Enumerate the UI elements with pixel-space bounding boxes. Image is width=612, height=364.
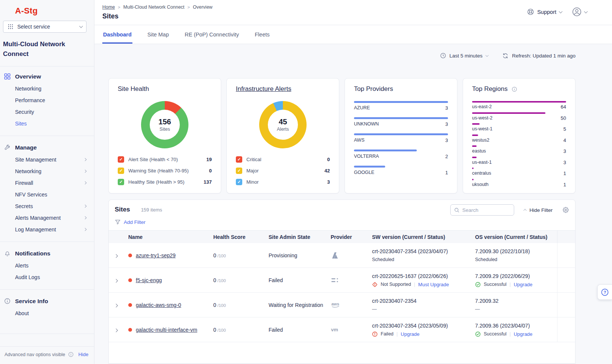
chevron-down-icon [584,9,588,13]
donut-total-value: 156 [158,118,171,126]
chevron-up-icon [524,209,527,212]
expand-row-button[interactable] [109,277,128,283]
card-title-infrastructure-alerts[interactable]: Infrastructure Alerts [236,85,291,93]
sidebar-item-alerts[interactable]: Alerts [0,260,94,272]
sidebar-item-networking[interactable]: Networking [0,166,94,177]
bar-label: UNKNOWN [354,121,379,127]
bar [472,112,545,114]
bar-value: 2 [445,154,448,159]
sidebar-item-networking[interactable]: Networking [0,83,94,95]
chevron-right-icon [83,216,86,219]
legend-checkbox[interactable]: ✓ [118,168,124,174]
legend-checkbox[interactable]: ✓ [118,156,124,163]
tab-dashboard[interactable]: Dashboard [102,25,132,44]
sidebar-item-secrets[interactable]: Secrets [0,201,94,212]
bar-item-westus2: westus24 [472,134,566,143]
sidebar-nav: OverviewNetworkingPerformanceSecuritySit… [0,66,94,334]
search-input[interactable] [462,207,510,213]
info-icon[interactable] [68,352,74,357]
chevron-right-icon [83,228,86,231]
bar [472,123,480,125]
sidebar-item-label: Site Management [15,157,56,163]
summary-cards: Site Health156Sites✓Alert Site (Health <… [108,78,576,193]
sidebar-group-overview[interactable]: Overview [0,70,94,83]
chevron-right-icon [83,170,86,173]
product-title: Multi-Cloud Network Connect [3,39,79,59]
site-name-link[interactable]: f5-sjc-engg [136,277,162,283]
sidebar-group-notifications[interactable]: Notifications [0,247,94,260]
user-menu[interactable] [572,7,587,17]
select-service-dropdown[interactable]: Select service [3,21,87,33]
help-button[interactable]: ? [597,284,612,300]
status-empty: — [475,307,480,312]
bar [354,117,448,119]
sw-version-value: crt-20230407-2354 [372,298,470,304]
site-name-link[interactable]: azure-try1-sep29 [136,252,176,258]
sidebar-item-about[interactable]: About [0,308,94,319]
support-menu[interactable]: Support [527,8,562,15]
bar-value: 3 [563,148,566,154]
sidebar-item-firewall[interactable]: Firewall [0,177,94,189]
sidebar-item-performance[interactable]: Performance [0,95,94,106]
expand-row-button[interactable] [109,327,128,333]
upgrade-link[interactable]: Upgrade [514,331,533,337]
legend-checkbox[interactable]: ✓ [118,179,124,185]
breadcrumb-item-home[interactable]: Home [102,5,115,10]
chevron-right-icon [114,328,118,332]
bar [472,145,477,147]
tab-site-map[interactable]: Site Map [147,25,170,44]
refresh-control[interactable]: Refresh: Updated 1 min ago [502,53,576,59]
sidebar-group-service-info[interactable]: Service Info [0,295,94,308]
content-area: Last 5 minutes Refresh: Updated 1 min ag… [94,44,612,364]
expand-row-button[interactable] [109,252,128,258]
legend-row: ✓Alert Site (Health < 70)19 [118,156,212,163]
sidebar-item-security[interactable]: Security [0,106,94,118]
sidebar-section-manage: ManageSite ManagementNetworkingFirewallN… [0,136,94,240]
hide-filter-button[interactable]: Hide Filter [524,207,553,213]
clock-icon [440,53,446,59]
sidebar-item-label: Alerts [15,263,29,269]
health-score-value: 0 [213,277,216,283]
legend-checkbox[interactable]: ✓ [236,168,242,174]
tab-re-pop-connectivity[interactable]: RE (PoP) Connectivity [184,25,240,44]
sidebar-item-audit-logs[interactable]: Audit Logs [0,272,94,283]
bar-item-us-west-1: us-west-15 [472,123,566,132]
legend-checkbox[interactable]: ✓ [236,156,242,163]
bar-label: westus2 [472,137,489,143]
bar [472,179,474,180]
pinned-column-spacer [557,243,575,267]
site-admin-state: Failed [269,277,331,283]
sidebar-item-site-management[interactable]: Site Management [0,154,94,166]
sidebar-item-nfv-services[interactable]: NFV Services [0,189,94,201]
gear-icon[interactable] [562,207,569,213]
site-name-link[interactable]: galactic-aws-smg-0 [136,302,181,308]
os-version-value: 7.2009.29 (2022/06/29) [475,273,552,279]
upgrade-link[interactable]: Must Upgrade [418,282,449,287]
site-admin-state: Waiting for Registration [269,302,331,308]
sidebar-item-log-management[interactable]: Log Management [0,224,94,236]
sidebar-group-manage[interactable]: Manage [0,141,94,154]
info-icon[interactable] [512,86,517,92]
card-site-health: Site Health156Sites✓Alert Site (Health <… [108,78,221,193]
legend-checkbox[interactable]: ✓ [236,179,242,185]
tab-fleets[interactable]: Fleets [254,25,270,44]
table-row-galactic-multi-interface-vm: galactic-multi-interface-vm0 /100Failedv… [109,317,575,342]
upgrade-link[interactable]: Upgrade [514,282,533,287]
upgrade-link[interactable]: Upgrade [401,331,419,337]
sw-version-value: crt-20230407-2354 (2023/05/09) [372,323,470,329]
chevron-down-icon [559,9,563,13]
expand-row-button[interactable] [109,302,128,308]
time-range-selector[interactable]: Last 5 minutes [440,53,488,59]
sidebar-item-alerts-management[interactable]: Alerts Management [0,212,94,224]
sidebar-item-label: NFV Services [15,192,47,198]
hide-advanced-nav-link[interactable]: Hide [78,352,88,357]
avatar-icon [572,7,582,17]
sidebar-item-sites[interactable]: Sites [0,118,94,130]
add-filter-button[interactable]: Add Filter [115,219,569,225]
bar-value: 3 [563,160,566,165]
breadcrumb-item-multi-cloud-network-connect: Multi-Cloud Network Connect [123,5,185,10]
bar-value: 4 [563,137,566,143]
site-name-link[interactable]: galactic-multi-interface-vm [136,327,197,333]
table-row-azure-try1-sep29: azure-try1-sep290 /100Provisioningcrt-20… [109,243,575,268]
site-admin-state: Failed [269,327,331,333]
